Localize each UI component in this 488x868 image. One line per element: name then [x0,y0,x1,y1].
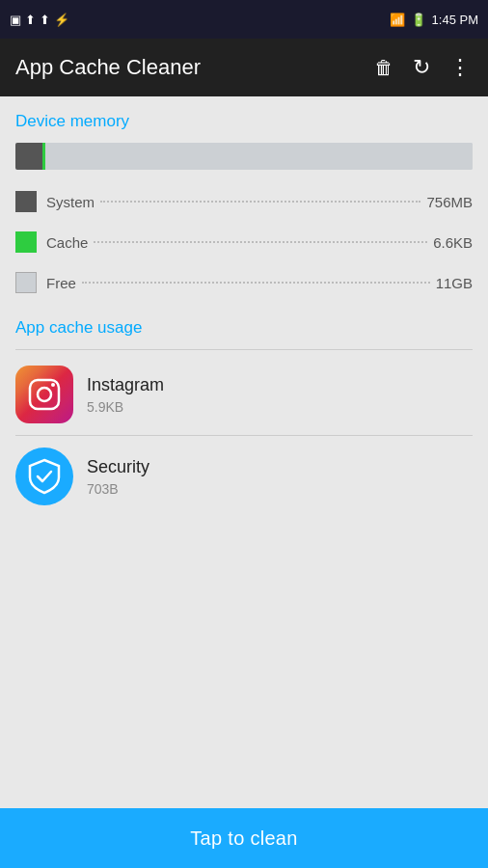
instagram-info: Instagram 5.9KB [87,375,164,415]
status-icons-left: ▣ ⬆ ⬆ ⚡ [10,13,69,27]
cache-label: Cache [46,234,88,251]
device-memory-title: Device memory [15,112,473,131]
status-bar: ▣ ⬆ ⬆ ⚡ 📶 🔋 1:45 PM [0,0,488,39]
main-content: Device memory System 756MB Cache 6.6KB [0,96,488,532]
toolbar: App Cache Cleaner 🗑 ↻ ⋮ [0,39,488,96]
dotted-divider [100,201,420,203]
system-color [15,191,37,212]
security-size: 703B [87,481,149,497]
free-color [15,272,37,293]
tap-to-clean-label: Tap to clean [190,827,297,850]
free-bar-segment [45,143,473,170]
instagram-name: Instagram [87,375,164,395]
instagram-svg [26,376,63,413]
free-value: 11GB [436,275,473,291]
svg-point-1 [38,388,51,401]
usb-icon: ⚡ [54,13,69,27]
page-title: App Cache Cleaner [15,55,201,80]
instagram-size: 5.9KB [87,399,164,415]
legend-system: System 756MB [15,185,473,218]
status-time: 1:45 PM [432,13,478,27]
memory-legend: System 756MB Cache 6.6KB Free 11GB [15,185,473,299]
system-value: 756MB [426,194,473,210]
sync-icon: ⬆ [40,13,50,27]
upload-icon: ⬆ [25,13,36,27]
cache-color [15,231,37,253]
shield-svg [28,458,61,495]
free-label: Free [46,275,76,291]
top-divider [15,349,473,350]
system-bar-segment [15,143,42,170]
instagram-app-icon [15,366,73,423]
security-app-icon [15,448,73,505]
dotted-divider [94,241,427,243]
delete-icon[interactable]: 🗑 [374,57,393,79]
memory-bar [15,143,473,170]
list-item[interactable]: Security 703B [15,436,473,517]
status-icons-right: 📶 🔋 1:45 PM [390,13,478,27]
security-name: Security [87,457,149,477]
security-info: Security 703B [87,457,149,497]
dotted-divider [82,282,430,284]
list-item[interactable]: Instagram 5.9KB [15,354,473,436]
refresh-icon[interactable]: ↻ [413,55,430,80]
system-label: System [46,194,95,210]
notification-icon: ▣ [10,13,21,27]
app-cache-title: App cache usage [15,318,473,338]
tap-to-clean-button[interactable]: Tap to clean [0,808,488,868]
more-options-icon[interactable]: ⋮ [449,55,473,80]
battery-icon: 🔋 [411,13,426,27]
legend-free: Free 11GB [15,266,473,299]
cache-value: 6.6KB [433,234,473,251]
wifi-icon: 📶 [390,13,405,27]
toolbar-actions: 🗑 ↻ ⋮ [374,55,473,80]
app-cache-section: App cache usage Instagram 5.9KB [15,318,473,517]
svg-point-2 [51,383,55,387]
legend-cache: Cache 6.6KB [15,226,473,258]
